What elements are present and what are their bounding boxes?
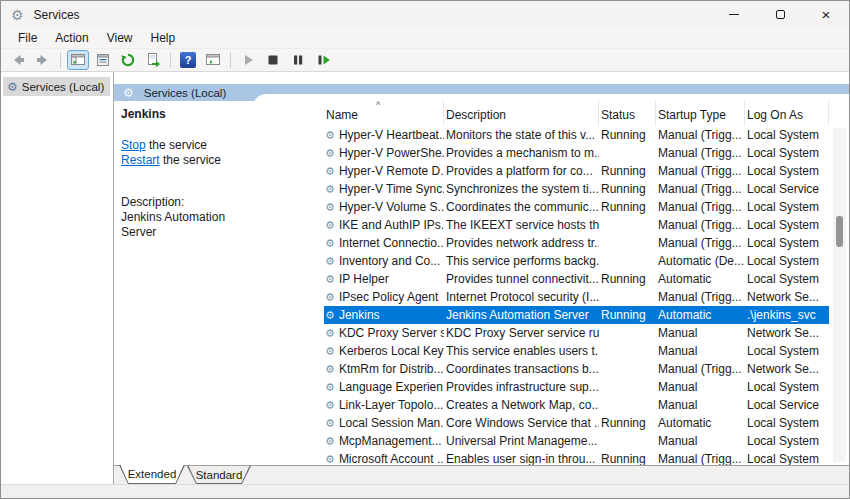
stop-icon [265,52,281,68]
scrollbar-thumb[interactable] [836,216,843,247]
refresh-icon [120,52,136,68]
table-row[interactable]: Hyper-V Heartbeat... Monitors the state … [324,126,829,144]
table-row[interactable]: IPsec Policy Agent Internet Protocol sec… [324,288,829,306]
table-row[interactable]: Internet Connectio... Provides network a… [324,234,829,252]
stop-service-button[interactable] [262,50,284,70]
column-header-log-on-as[interactable]: Log On As [745,100,829,126]
action-pane-icon [205,52,221,68]
table-row[interactable]: Inventory and Co... This service perform… [324,252,829,270]
stop-service-line: Stop the service [121,138,221,153]
tab-extended[interactable]: Extended [119,465,185,484]
service-gear-icon [325,148,335,159]
table-row[interactable]: Kerberos Local Key... This service enabl… [324,342,829,360]
forward-arrow-icon [35,52,51,68]
show-action-pane-button[interactable] [202,50,224,70]
service-gear-icon [325,436,335,447]
forward-button[interactable] [32,50,54,70]
service-gear-icon [325,166,335,177]
console-tree-pane: Services (Local) [1,72,114,484]
sort-ascending-icon: ^ [376,100,380,110]
column-header-status[interactable]: Status [599,100,656,126]
description-text: Jenkins Automation Server [121,210,253,240]
menu-action[interactable]: Action [46,29,97,47]
service-gear-icon [325,454,335,465]
table-row[interactable]: McpManagement... Universal Print Managem… [324,432,829,450]
view-tab-band: Extended Standard [114,465,849,484]
title-bar: Services × [1,1,849,28]
help-button[interactable] [177,50,199,70]
show-console-tree-button[interactable] [67,50,89,70]
table-row[interactable]: Hyper-V Time Sync... Synchronizes the sy… [324,180,829,198]
table-row[interactable]: KDC Proxy Server s... KDC Proxy Server s… [324,324,829,342]
band-title: Services (Local) [144,87,226,99]
restart-line-rest: the service [160,153,221,167]
tab-standard[interactable]: Standard [187,466,251,484]
table-row[interactable]: Link-Layer Topolo... Creates a Network M… [324,396,829,414]
maximize-button[interactable] [757,1,803,28]
toolbar-separator [60,52,61,68]
table-row[interactable]: Hyper-V Volume S... Coordinates the comm… [324,198,829,216]
details-area: Services (Local) Name Description Status… [114,72,849,484]
vertical-scrollbar[interactable] [833,128,846,462]
service-gear-icon [325,346,335,357]
service-action-links: Stop the service Restart the service [121,138,221,168]
start-icon [240,52,256,68]
close-button[interactable]: × [803,1,849,28]
tree-item-label: Services (Local) [22,81,104,93]
window-title: Services [34,8,80,22]
restart-service-button[interactable] [312,50,334,70]
menu-view[interactable]: View [98,29,142,47]
menu-help[interactable]: Help [142,29,185,47]
service-gear-icon [325,418,335,429]
service-gear-icon [325,310,335,321]
services-gear-icon [7,81,18,93]
minimize-icon [729,14,739,15]
table-row[interactable]: Hyper-V Remote D... Provides a platform … [324,162,829,180]
band-gear-icon [123,87,134,99]
menu-bar: File Action View Help [1,28,849,49]
column-header-description[interactable]: Description [444,100,599,126]
service-gear-icon [325,256,335,267]
table-row[interactable]: KtmRm for Distrib... Coordinates transac… [324,360,829,378]
menu-file[interactable]: File [9,29,46,47]
back-arrow-icon [10,52,26,68]
service-gear-icon [325,400,335,411]
properties-icon [95,52,111,68]
toolbar [1,49,849,72]
column-header-startup-type[interactable]: Startup Type [656,100,745,126]
description-label: Description: [121,195,253,210]
toolbar-separator [170,52,171,68]
table-row[interactable]: IP Helper Provides tunnel connectivit...… [324,270,829,288]
close-icon: × [822,7,831,22]
service-gear-icon [325,274,335,285]
column-header-name[interactable]: Name [324,100,444,126]
service-gear-icon [325,130,335,141]
restart-icon [315,52,331,68]
properties-button[interactable] [92,50,114,70]
pause-icon [290,52,306,68]
help-icon [180,52,196,68]
minimize-button[interactable] [711,1,757,28]
service-list-box: Name Description Status Startup Type Log… [253,94,849,467]
list-header: Name Description Status Startup Type Log… [324,100,829,126]
service-gear-icon [325,328,335,339]
restart-service-link[interactable]: Restart [121,153,160,167]
table-row[interactable]: Language Experien... Provides infrastruc… [324,378,829,396]
start-service-button[interactable] [237,50,259,70]
table-row[interactable]: Hyper-V PowerShe... Provides a mechanism… [324,144,829,162]
service-rows: Hyper-V Heartbeat... Monitors the state … [324,126,829,468]
back-button[interactable] [7,50,29,70]
maximize-icon [776,10,785,19]
service-description: Description: Jenkins Automation Server [121,195,253,240]
stop-service-link[interactable]: Stop [121,138,146,152]
pause-service-button[interactable] [287,50,309,70]
export-list-button[interactable] [142,50,164,70]
services-window: Services × File Action View Help [0,0,850,499]
service-gear-icon [325,220,335,231]
service-gear-icon [325,382,335,393]
table-row[interactable]: IKE and AuthIP IPs... The IKEEXT service… [324,216,829,234]
table-row[interactable]: Local Session Man... Core Windows Servic… [324,414,829,432]
refresh-button[interactable] [117,50,139,70]
tree-item-services-local[interactable]: Services (Local) [3,77,110,96]
table-row[interactable]: Jenkins Jenkins Automation Server Runnin… [324,306,829,324]
